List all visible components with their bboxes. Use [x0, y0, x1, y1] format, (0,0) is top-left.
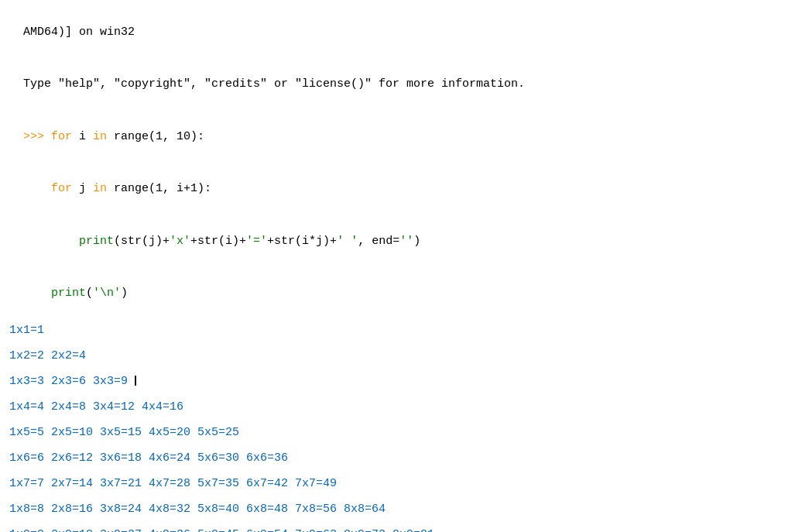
string2: '='	[246, 235, 267, 248]
blank7	[9, 493, 776, 500]
blank3	[9, 391, 776, 398]
keyword-in2: in	[93, 182, 107, 195]
code-text6: +str(i)+	[190, 235, 246, 248]
string5: '\n'	[93, 287, 121, 300]
keyword-for1: for	[51, 130, 72, 143]
builtin-print1: print	[79, 235, 114, 248]
blank5	[9, 442, 776, 449]
keyword-for2: for	[51, 182, 72, 195]
code-text4: range(1, i+1):	[107, 182, 211, 195]
indent1	[23, 182, 51, 195]
output-row4: 1x4=4 2x4=8 3x4=12 4x4=16	[9, 398, 776, 417]
code-text2: range(1, 10):	[107, 130, 204, 143]
output-row1: 1x1=1	[9, 321, 776, 340]
prompt: >>>	[23, 130, 51, 143]
code-text1: i	[72, 130, 93, 143]
builtin-print2: print	[51, 287, 86, 300]
output-row8: 1x8=8 2x8=16 3x8=24 4x8=32 5x8=40 6x8=48…	[9, 500, 776, 519]
blank4	[9, 417, 776, 424]
blank8	[9, 519, 776, 526]
code-text11: )	[121, 287, 128, 300]
string3: ' '	[337, 235, 358, 248]
code-text3: j	[72, 182, 93, 195]
header-line1: AMD64)] on win32	[23, 26, 135, 39]
output-row6: 1x6=6 2x6=12 3x6=18 4x6=24 5x6=30 6x6=36	[9, 449, 776, 468]
output-row7: 1x7=7 2x7=14 3x7=21 4x7=28 5x7=35 6x7=42…	[9, 475, 776, 493]
output-row3: 1x3=3 2x3=6 3x3=9	[9, 372, 776, 391]
blank6	[9, 468, 776, 475]
info-line: Type "help", "copyright", "credits" or "…	[23, 77, 525, 91]
keyword-in1: in	[93, 130, 107, 143]
terminal: AMD64)] on win32 Type "help", "copyright…	[9, 6, 776, 303]
string4: ''	[399, 235, 413, 248]
code-text9: )	[413, 235, 420, 248]
indent2	[23, 235, 79, 248]
code-text10: (	[86, 287, 93, 300]
blank-after-code	[9, 303, 776, 321]
output-row9: 1x9=9 2x9=18 3x9=27 4x9=36 5x9=45 6x9=54…	[9, 526, 776, 533]
output-row2: 1x2=2 2x2=4	[9, 347, 776, 366]
code-text7: +str(i*j)+	[267, 235, 337, 248]
cursor	[135, 376, 136, 386]
blank1	[9, 340, 776, 347]
blank2	[9, 366, 776, 372]
code-text8: , end=	[358, 235, 399, 248]
output-row5: 1x5=5 2x5=10 3x5=15 4x5=20 5x5=25	[9, 424, 776, 442]
code-text5: (str(j)+	[114, 235, 170, 248]
string1: 'x'	[170, 235, 190, 248]
indent3	[23, 287, 51, 300]
